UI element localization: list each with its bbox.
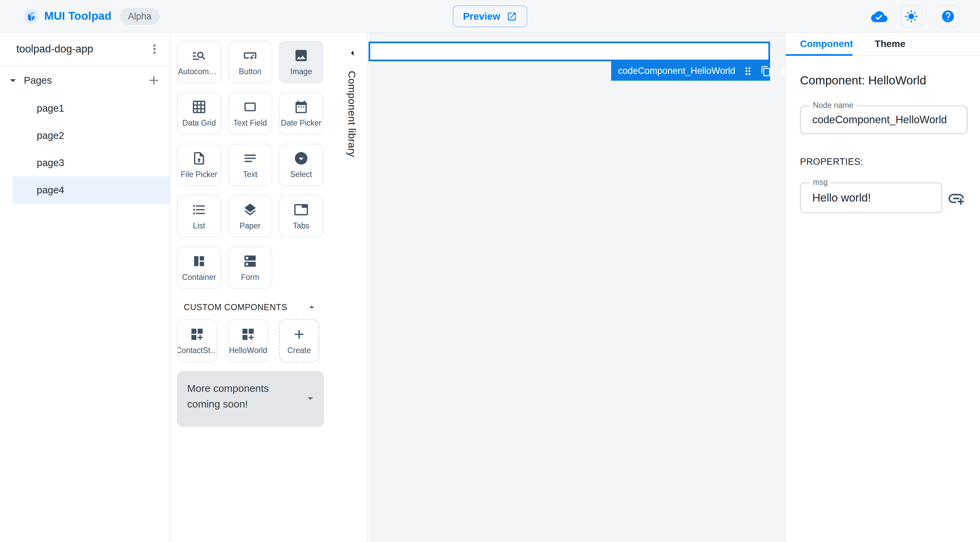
toolpad-logo-icon: [24, 8, 40, 24]
custom-components-label: CUSTOM COMPONENTS: [184, 302, 305, 312]
component-tile-file-picker[interactable]: File Picker: [177, 143, 221, 186]
component-tile-data-grid[interactable]: Data Grid: [177, 92, 221, 134]
component-library-panel-label: Component library: [346, 71, 358, 157]
node-name-field-value[interactable]: codeComponent_HelloWorld: [801, 106, 967, 134]
rectangle-outline-icon: [243, 99, 258, 115]
selection-toolbar: codeComponent_HelloWorld: [611, 61, 770, 81]
sidebar-item-page3[interactable]: page3: [0, 149, 170, 176]
selected-component[interactable]: [369, 41, 770, 61]
dropdown-circle-icon: [294, 151, 309, 166]
component-tile-label: List: [193, 221, 205, 231]
component-tile-label: Select: [290, 170, 312, 179]
component-tile-list[interactable]: List: [177, 195, 221, 237]
inspector-panel: Component Theme Component: HelloWorld No…: [785, 33, 980, 542]
component-tile-label: Button: [239, 67, 262, 76]
custom-tile-label: HelloWorld: [229, 346, 267, 355]
component-tile-label: Text Field: [234, 118, 267, 128]
grid-on-icon: [192, 99, 207, 115]
preview-button[interactable]: Preview: [453, 5, 527, 27]
component-tile-label: Tabs: [293, 221, 310, 231]
coming-soon-text: More components coming soon!: [187, 383, 269, 410]
component-tile-button[interactable]: Button: [228, 41, 272, 83]
sidebar-item-page4[interactable]: page4: [12, 176, 170, 204]
component-tile-label: Container: [182, 273, 216, 282]
sidebar-item-page1[interactable]: page1: [0, 95, 170, 122]
chevron-up-icon: [305, 301, 318, 313]
collapse-pages-icon[interactable]: [6, 73, 20, 87]
image-icon: [294, 48, 309, 63]
project-menu-button[interactable]: [147, 42, 162, 56]
dashboard-customize-icon: [240, 327, 256, 342]
component-tile-label: Form: [241, 273, 259, 282]
component-tile-text-field[interactable]: Text Field: [228, 92, 272, 134]
collapse-library-icon[interactable]: [347, 47, 359, 59]
sidebar-item-page2[interactable]: page2: [0, 122, 170, 149]
component-tile-label: Image: [290, 67, 312, 76]
help-button[interactable]: [937, 5, 959, 27]
theme-toggle-button[interactable]: [900, 5, 923, 27]
add-page-button[interactable]: [147, 73, 161, 88]
component-tile-autocomplete[interactable]: Autocomplete: [177, 41, 221, 83]
create-component-button[interactable]: Create: [279, 319, 319, 362]
selected-node-label: codeComponent_HelloWorld: [618, 66, 735, 76]
component-tile-container[interactable]: Container: [177, 247, 221, 289]
tab-theme[interactable]: Theme: [875, 38, 905, 49]
component-tile-image[interactable]: Image: [279, 41, 323, 83]
explorer-sidebar: toolpad-dog-app Pages page1 page2 page3 …: [0, 33, 170, 542]
component-tile-label: Data Grid: [182, 118, 216, 128]
component-tile-select[interactable]: Select: [279, 143, 323, 186]
dashboard-customize-icon: [189, 327, 205, 342]
tab-component[interactable]: Component: [800, 38, 853, 49]
preview-button-label: Preview: [463, 11, 501, 22]
component-tile-date-picker[interactable]: Date Picker: [279, 92, 323, 134]
chevron-down-icon: [304, 392, 317, 405]
calendar-icon: [294, 99, 309, 115]
tab-icon: [294, 202, 309, 217]
msg-field-value[interactable]: Hello world!: [801, 183, 942, 212]
component-tile-label: Date Picker: [281, 118, 321, 128]
component-tile-label: File Picker: [181, 170, 217, 179]
component-tile-label: Paper: [240, 221, 260, 231]
component-tile-form[interactable]: Form: [228, 247, 272, 289]
custom-tile-label: Create: [287, 346, 311, 355]
pages-list: page1 page2 page3 page4: [0, 95, 170, 204]
inspector-tabs: Component Theme: [786, 33, 980, 56]
container-columns-icon: [192, 253, 207, 269]
help-icon: [941, 9, 955, 24]
active-tab-indicator: [786, 54, 853, 56]
manage-search-icon: [192, 48, 207, 63]
open-in-new-icon: [506, 11, 517, 22]
component-tiles: Autocomplete Button Image Data Grid Text…: [177, 41, 323, 289]
bind-property-button[interactable]: [947, 189, 966, 208]
component-tile-label: Autocomplete: [178, 67, 220, 76]
inspector-heading: Component: HelloWorld: [800, 73, 926, 87]
properties-section-label: PROPERTIES:: [800, 156, 863, 167]
project-row: toolpad-dog-app: [0, 33, 170, 66]
custom-components-section-header[interactable]: CUSTOM COMPONENTS: [184, 301, 318, 313]
drag-handle-icon[interactable]: [742, 65, 754, 77]
add-link-icon: [947, 189, 966, 208]
plus-icon: [292, 327, 307, 342]
smart-button-icon: [243, 48, 258, 63]
component-tile-text[interactable]: Text: [228, 143, 272, 186]
copy-icon[interactable]: [760, 66, 772, 77]
component-tile-tabs[interactable]: Tabs: [279, 195, 323, 237]
custom-tile-helloworld[interactable]: HelloWorld: [228, 319, 268, 362]
text-lines-icon: [243, 151, 258, 166]
app-header: MUI Toolpad Alpha Preview: [0, 0, 980, 33]
custom-component-tiles: ContactSta… HelloWorld Create: [177, 319, 319, 362]
project-name: toolpad-dog-app: [16, 43, 147, 55]
coming-soon-expander[interactable]: More components coming soon!: [177, 371, 324, 427]
component-tile-label: Text: [243, 170, 257, 179]
msg-property-field[interactable]: msg Hello world!: [800, 182, 942, 213]
layers-icon: [243, 202, 258, 217]
pages-section-label: Pages: [24, 75, 147, 86]
node-name-field[interactable]: Node name codeComponent_HelloWorld: [800, 105, 967, 134]
component-tile-paper[interactable]: Paper: [228, 195, 272, 237]
component-library-panel: Autocomplete Button Image Data Grid Text…: [171, 33, 368, 542]
app-title: MUI Toolpad: [44, 10, 111, 22]
custom-tile-contactsta[interactable]: ContactSta…: [177, 319, 217, 362]
stacked-rows-icon: [243, 253, 258, 269]
cloud-done-icon: [871, 8, 888, 25]
page-canvas[interactable]: codeComponent_HelloWorld: [369, 33, 785, 542]
